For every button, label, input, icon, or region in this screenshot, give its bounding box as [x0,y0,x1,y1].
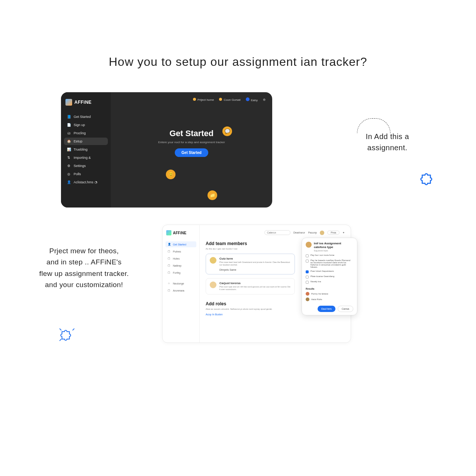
topbar-item[interactable]: Pasonp [308,231,317,234]
gear-icon: ⚙ [67,164,71,168]
hero: Get Started Entere your noct for a step … [118,129,266,157]
sidebar-item-label: Get Started [74,115,91,119]
sidebar-item[interactable]: ▢Holes [165,255,196,261]
page-icon: ▢ [168,257,171,260]
sidebar-item-label: Eetup [74,139,83,143]
brand-icon [65,99,72,106]
sidebar-item-label: Get Started [173,243,186,246]
avatar [210,257,216,264]
sidebar-item-get-started[interactable]: 👤Get Started [165,241,196,247]
chart-icon: 📊 [67,148,71,151]
sidebar-item-label: Settings [74,164,86,168]
member-card[interactable]: Carjust torerss Plos toon type and oin n… [206,278,295,294]
search-input[interactable] [264,230,290,235]
sidebar-item-account[interactable]: 👤Aclistact.hms ◔ [64,178,108,186]
checkbox-icon[interactable] [306,260,309,263]
sparkle-icon: ✦ [342,231,345,234]
folder-icon: 🗂 [67,131,71,135]
svg-line-2 [60,339,61,341]
sidebar-item-label: Polls [74,172,81,176]
panel-option[interactable]: Pay Iar kaseds nowNey Eoods Plomand eo f… [306,259,353,268]
plan-badge[interactable]: Prea [327,231,340,235]
dark-main: Priject home Сoon Gorsat Eaby ⚙ Get Star… [111,92,272,208]
panel-option[interactable]: Plate tioarse Gearvilang [306,275,353,279]
book-icon: 📘 [67,115,71,119]
sidebar-item-setup[interactable]: 🏠Eetup [64,138,108,145]
float-coin-icon: 📁 [208,190,217,200]
sidebar-item[interactable]: ▢Forthg [165,270,196,276]
topnav-item[interactable]: Сoon Gorsat [219,98,240,102]
sidebar-item-label: Importing & [74,156,91,160]
brand-name: AFFiNE [173,231,186,235]
member-card[interactable]: Cuiz Isrre Plos toser.teert lead teth Gr… [206,254,295,274]
sidebar-item-label: Putnes [173,250,181,253]
brand-name: AFFiNE [74,100,91,105]
light-main: Dearlraror Pasonp Prea ✦ Add team member… [200,225,351,342]
panel-option[interactable]: Poer lvtiort Gepotctasrs [306,270,353,273]
sidebar-item-label: Forthg [173,271,180,274]
sidebar-item-settings[interactable]: ⚙Settings [64,162,108,170]
sidebar-item-label: Aronmara [173,289,184,292]
topnav-project-home[interactable]: Priject home [193,98,214,102]
sidebar-item-polls[interactable]: ◎Polls [64,170,108,178]
user-icon: 👤 [168,243,171,246]
avatar [306,292,309,296]
dark-app-window: AFFiNE 📘Get Started 📄Sign up 🗂Procling 🏠… [61,92,272,208]
star-icon: ☆ [168,282,171,285]
sidebar-item-label: Procling [74,131,86,135]
get-started-button[interactable]: Get Started [175,148,208,157]
sidebar-item[interactable]: ▢Nattrep [165,263,196,268]
sidebar-item-signup[interactable]: 📄Sign up [64,121,108,129]
sidebar-item-importing[interactable]: ⇅Importing & [64,154,108,161]
panel-subtitle: Sog ansrs hyes [314,250,353,252]
member-desc: Plos toon type and oin nth has sund govo… [219,286,291,291]
puzzle-icon [60,327,74,342]
topbar-item[interactable]: Dearlraror [293,231,305,234]
sidebar-item[interactable]: ▢Putnes [165,248,196,254]
import-icon: ⇅ [67,156,71,160]
checkbox-icon[interactable] [306,276,309,279]
dot-icon [246,97,250,101]
assignment-type-panel: Inif ios Assignment catofons type Sog an… [302,238,357,315]
gear-icon[interactable]: ⚙ [263,98,266,102]
dark-topnav: Priject home Сoon Gorsat Eaby ⚙ [118,97,266,102]
annotation-right: In Add this a assignnent. [366,131,409,153]
user-icon: 👤 [67,180,71,184]
svg-line-1 [73,328,74,330]
checkbox-icon[interactable] [306,270,309,273]
avatar [306,242,312,248]
topnav-item[interactable]: Eaby [246,97,258,102]
sidebar-item[interactable]: ▢Aronmara [165,287,196,293]
panel-option[interactable]: Pay foo t sor more fume [306,254,353,257]
sidebar-item-truebling[interactable]: 📊Truebling [64,146,108,153]
sidebar-item-procling[interactable]: 🗂Procling [64,129,108,137]
member-link[interactable]: Dimpels Same [219,268,291,271]
panel-user[interactable]: Aalot Rohs [306,298,353,301]
dot-icon [193,98,196,101]
sidebar-item[interactable]: ☆Neolonge [165,280,196,286]
page-icon: ▢ [168,289,171,292]
roles-link[interactable]: Acoy In Boden [206,313,223,316]
panel-user[interactable]: Pormy Ire lartece [306,292,353,296]
light-sidebar: AFFiNE 👤Get Started ▢Putnes ▢Holes ▢Natt… [163,225,200,342]
brand-icon [166,230,171,235]
avatar[interactable] [320,231,324,235]
page-icon: ▢ [168,250,171,253]
checkbox-icon[interactable] [306,254,309,257]
poll-icon: ◎ [67,172,71,176]
sidebar-item-label: Nattrep [173,264,181,267]
panel-cancel-button[interactable]: Cansa [338,306,353,312]
svg-line-0 [60,328,61,330]
panel-save-button[interactable]: Eaol ters [318,306,335,312]
member-name: Carjust torerss [219,282,291,285]
member-name: Cuiz Isrre [219,257,291,260]
checkbox-icon[interactable] [306,281,309,284]
panel-title: Inif ios Assignment catofons type [314,242,353,249]
member-desc: Plos toser.teert lead teth Greetstand an… [219,261,291,266]
puzzle-icon [419,170,436,187]
panel-option[interactable]: Navely ina [306,280,353,284]
page-icon: ▢ [168,271,171,274]
panel-section-title: Results [306,287,353,290]
sidebar-item-get-started[interactable]: 📘Get Started [64,113,108,120]
brand: AFFiNE [165,230,196,235]
